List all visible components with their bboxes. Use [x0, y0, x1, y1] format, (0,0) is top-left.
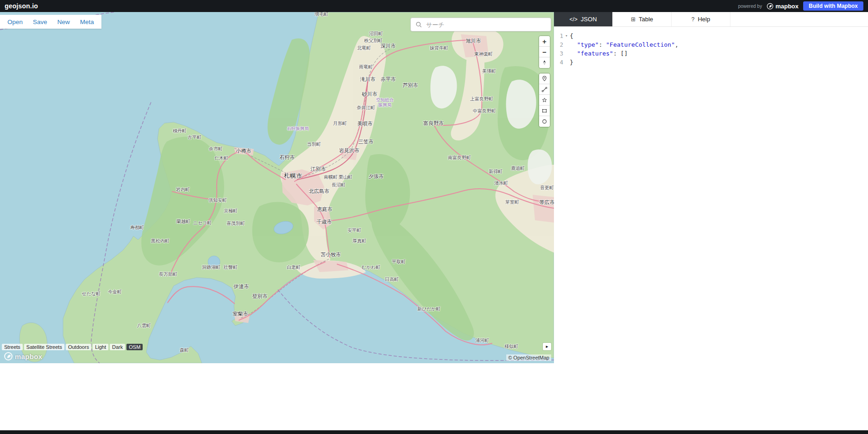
- menu-new[interactable]: New: [57, 19, 70, 25]
- help-icon: ?: [692, 16, 695, 23]
- fold-caret-icon: [563, 58, 570, 67]
- map-graphics: [0, 12, 554, 363]
- tab-help[interactable]: ?Help: [672, 12, 730, 26]
- tab-label: JSON: [581, 16, 597, 23]
- compass-button[interactable]: [539, 57, 550, 68]
- menu-save[interactable]: Save: [33, 19, 47, 25]
- editor-line: 4}: [554, 58, 868, 67]
- mapbox-attribution-label: mapbox: [15, 353, 42, 360]
- search-icon: [415, 21, 422, 28]
- editor-line: 3 "features": []: [554, 49, 868, 58]
- editor-line: 1▾{: [554, 31, 868, 40]
- tab-json[interactable]: </>JSON: [554, 12, 613, 26]
- zoom-in-button[interactable]: +: [539, 36, 550, 47]
- draw-rectangle-button[interactable]: [539, 105, 550, 116]
- basemap-satellite-streets[interactable]: Satellite Streets: [24, 344, 64, 350]
- file-menu: OpenSaveNewMeta: [0, 15, 101, 29]
- marker-icon: [541, 75, 548, 83]
- header-right: powered by mapbox Build with Mapbox: [738, 1, 863, 11]
- side-panel: </>JSON⊞Table?Help 1▾{2 "type": "Feature…: [554, 12, 868, 363]
- line-icon: [541, 86, 548, 93]
- mapbox-attribution[interactable]: mapbox: [4, 352, 42, 361]
- caret-right-icon: ▸: [546, 344, 548, 349]
- app-title: geojson.io: [5, 2, 38, 10]
- fold-caret-icon: [563, 40, 570, 49]
- app-header: geojson.io powered by mapbox Build with …: [0, 0, 868, 12]
- basemap-osm[interactable]: OSM: [126, 344, 143, 350]
- editor-line: 2 "type": "FeatureCollection",: [554, 40, 868, 49]
- table-icon: ⊞: [631, 16, 635, 23]
- draw-line-button[interactable]: [539, 84, 550, 95]
- code-text: "type": "FeatureCollection",: [570, 40, 679, 49]
- mapbox-logo[interactable]: mapbox: [767, 3, 799, 10]
- draw-point-button[interactable]: [539, 74, 550, 84]
- code-text: }: [570, 58, 573, 67]
- line-number: 1: [554, 31, 563, 40]
- line-number: 2: [554, 40, 563, 49]
- basemap-dark[interactable]: Dark: [110, 344, 125, 350]
- line-number: 3: [554, 49, 563, 58]
- tab-label: Help: [698, 16, 710, 23]
- line-number: 4: [554, 58, 563, 67]
- map-canvas[interactable]: 増毛町沼田町秩父別町旭川市深川市北竜町妹背牛町東神楽町雨竜町美瑛町滝川市赤平市芦…: [0, 12, 554, 363]
- draw-toolbar: [539, 74, 550, 127]
- osm-attribution[interactable]: © OpenStreetMap: [506, 354, 551, 361]
- fold-caret-icon: [563, 49, 570, 58]
- tab-table[interactable]: ⊞Table: [613, 12, 672, 26]
- panel-tabs: </>JSON⊞Table?Help: [554, 12, 868, 27]
- code-text: {: [570, 31, 573, 40]
- zoom-control: + −: [539, 36, 550, 68]
- layer-panel-toggle[interactable]: ▸: [543, 343, 551, 350]
- json-icon: </>: [569, 16, 577, 23]
- mapbox-attribution-icon: [4, 352, 13, 361]
- search-input[interactable]: [425, 21, 547, 29]
- taskbar-strip: [0, 430, 868, 434]
- mapbox-wordmark: mapbox: [775, 3, 799, 10]
- rectangle-icon: [541, 107, 548, 115]
- basemap-light[interactable]: Light: [93, 344, 108, 350]
- compass-icon: [541, 59, 548, 67]
- polygon-star-icon: [541, 96, 548, 104]
- powered-by-label: powered by: [738, 4, 762, 9]
- build-with-mapbox-button[interactable]: Build with Mapbox: [803, 1, 863, 11]
- search-box: [410, 18, 551, 31]
- basemap-switcher: StreetsSatellite StreetsOutdoorsLightDar…: [2, 344, 143, 350]
- draw-polygon-button[interactable]: [539, 95, 550, 105]
- fold-caret-icon[interactable]: ▾: [563, 31, 570, 40]
- menu-meta[interactable]: Meta: [80, 19, 94, 25]
- code-text: "features": []: [570, 49, 628, 58]
- basemap-streets[interactable]: Streets: [2, 344, 23, 350]
- mapbox-logo-icon: [767, 3, 774, 10]
- app: geojson.io powered by mapbox Build with …: [0, 0, 868, 434]
- circle-icon: [541, 118, 548, 125]
- tab-label: Table: [639, 16, 653, 23]
- draw-circle-button[interactable]: [539, 116, 550, 127]
- menu-open[interactable]: Open: [7, 19, 23, 25]
- zoom-out-button[interactable]: −: [539, 47, 550, 57]
- json-editor[interactable]: 1▾{2 "type": "FeatureCollection",3 "feat…: [554, 27, 868, 67]
- basemap-outdoors[interactable]: Outdoors: [66, 344, 91, 350]
